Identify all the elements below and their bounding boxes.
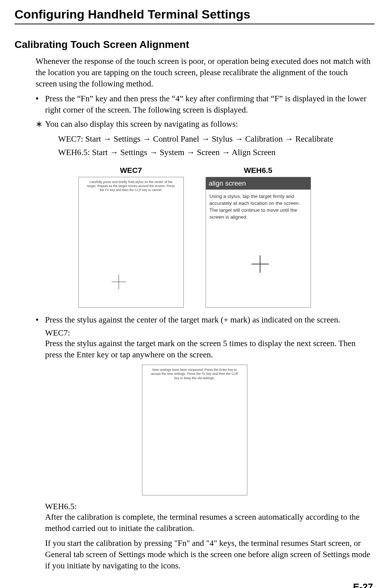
section-heading: Calibrating Touch Screen Alignment (15, 39, 374, 50)
asterisk-icon: ∗ (36, 118, 45, 130)
crosshair-icon (112, 275, 126, 289)
bullet-dot-icon: ● (36, 93, 45, 115)
weh65-screen: align screen Using a stylus, tap the tar… (206, 177, 311, 308)
figure-caption-weh65: WEH6.5 (206, 166, 311, 175)
nav-path-wec7: WEC7: Start → Settings → Control Panel →… (58, 133, 371, 146)
weh65-screen-text: Using a stylus, tap the target firmly an… (206, 190, 311, 221)
figure-caption-wec7: WEC7 (78, 166, 184, 175)
wec7-complete-text: New settings have been measured. Press t… (142, 365, 247, 380)
page-title: Configuring Handheld Terminal Settings (15, 7, 374, 24)
note-item: ∗ You can also display this screen by na… (36, 118, 371, 130)
bullet-2-text: Press the stylus against the center of t… (45, 314, 340, 325)
bullet-item-1: ● Press the “Fn” key and then press the … (36, 93, 371, 115)
nav-path-weh65: WEH6.5: Start → Settings → System → Scre… (58, 146, 371, 159)
wec7-screen: Carefully press and briefly hold stylus … (78, 177, 184, 308)
wec7-complete-screen: New settings have been measured. Press t… (142, 365, 247, 495)
bullet-item-2: ● Press the stylus against the center of… (36, 314, 371, 325)
bullet-dot-icon: ● (36, 314, 45, 325)
wec7-sub-paragraph: Press the stylus against the target mark… (45, 338, 371, 360)
figure-wec7: WEC7 Carefully press and briefly hold st… (78, 166, 184, 308)
final-paragraph: If you start the calibration by pressing… (45, 538, 371, 571)
bullet-1-text: Press the “Fn” key and then press the “4… (45, 93, 371, 115)
weh65-sub-paragraph: After the calibration is complete, the t… (45, 511, 371, 534)
note-text: You can also display this screen by navi… (45, 118, 238, 130)
wec7-screen-text: Carefully press and briefly hold stylus … (79, 177, 183, 192)
weh65-sublabel: WEH6.5: (45, 502, 374, 511)
page-number: E-27 (15, 581, 373, 588)
figures-row: WEC7 Carefully press and briefly hold st… (15, 166, 374, 308)
intro-paragraph: Whenever the response of the touch scree… (36, 56, 371, 89)
wec7-sublabel: WEC7: (45, 328, 374, 338)
figure-weh65: WEH6.5 align screen Using a stylus, tap … (206, 166, 311, 308)
crosshair-icon (251, 255, 269, 273)
weh65-title-bar: align screen (206, 177, 311, 190)
